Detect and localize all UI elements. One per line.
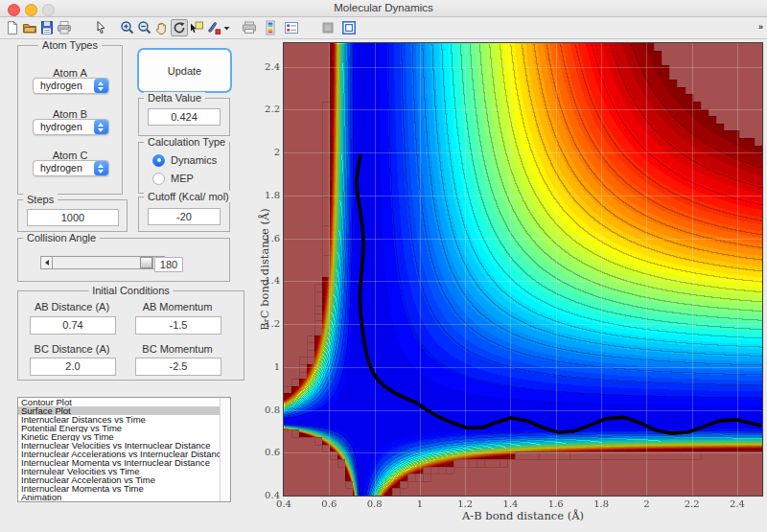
steps-panel: Steps 1000 [17,199,128,232]
link-plot-icon [242,20,257,35]
atom-c-value: hydrogen [40,162,82,173]
toolbar-overflow-icon[interactable]: » [758,22,763,32]
popup-stepper-icon [94,120,108,134]
zoom-out-icon [137,20,152,35]
listbox-scrollbar[interactable] [220,398,230,501]
save-icon [39,20,55,35]
y-tick-label: 2.4 [253,61,280,72]
zoom-out-tool-button[interactable] [136,19,153,36]
popup-stepper-icon [94,79,108,93]
pan-icon [154,20,170,35]
radio-icon [152,173,165,185]
y-tick-label: 1.4 [253,275,280,286]
insert-legend-button[interactable] [283,19,300,36]
y-tick-label: 1 [253,361,280,372]
insert-legend-icon [284,20,299,35]
slider-thumb[interactable] [140,257,152,268]
collision-angle-field[interactable]: 180 [154,257,183,272]
y-tick-label: 1.8 [253,190,280,200]
collision-angle-panel: Collision Angle 180 [17,238,230,282]
chevron-down-icon [223,26,230,31]
y-tick-label: 1.2 [253,318,280,329]
new-file-icon [5,20,20,35]
dock-figure-button[interactable] [340,19,358,36]
collision-angle-slider[interactable] [40,256,165,269]
x-tick-label: 1.6 [542,498,570,509]
slider-left-arrow[interactable] [40,256,53,269]
list-item[interactable]: Internuclear Momenta vs Internuclear Dis… [18,458,230,467]
zoom-in-tool-button[interactable] [119,19,136,36]
list-item[interactable]: Potential Energy vs Time [18,424,230,432]
y-tick-label: 0.6 [253,447,280,457]
list-item[interactable]: Internuclear Accelerations vs Internucle… [18,450,230,458]
save-button[interactable] [38,19,56,36]
brush-dropdown-button[interactable] [222,19,231,36]
open-file-icon [22,20,37,35]
brush-tool-button[interactable] [205,19,222,36]
window-title: Molecular Dynamics [0,2,767,13]
y-tick-label: 1.6 [253,233,280,243]
list-item[interactable]: Kinetic Energy vs Time [18,432,230,441]
radio-label: MEP [171,173,194,184]
pes-plot-canvas[interactable] [284,43,762,496]
x-tick-label: 1.4 [496,498,524,509]
rotate-3d-tool-button[interactable] [171,19,188,36]
bc-distance-field[interactable]: 2.0 [30,358,116,376]
update-button[interactable]: Update [137,48,232,93]
radio-label: Dynamics [171,154,217,166]
ab-momentum-label: AB Momentum [135,301,220,312]
pointer-tool-button[interactable] [92,19,109,36]
pan-tool-button[interactable] [153,19,171,36]
open-file-button[interactable] [21,19,38,36]
atom-b-popup[interactable]: hydrogen [33,119,109,135]
atom-c-popup[interactable]: hydrogen [33,160,109,176]
bc-momentum-label: BC Momentum [135,343,220,355]
y-tick-label: 2.2 [253,104,280,114]
ab-distance-label: AB Distance (A) [30,301,114,312]
molecular-dynamics-window: { "window": { "title": "Molecular Dynami… [0,0,767,532]
list-item[interactable]: Internuclear Acceleration vs Time [18,475,230,484]
bc-momentum-field[interactable]: -2.5 [135,358,221,376]
panel-title: Collision Angle [23,232,100,243]
bc-distance-label: BC Distance (A) [30,343,114,355]
rotate-3d-icon [173,21,186,35]
cutoff-panel: Cutoff (Kcal/ mol) -20 [138,197,230,232]
print-icon [57,20,72,35]
atom-types-panel: Atom Types Atom A hydrogen Atom B hydrog… [17,45,123,195]
window-titlebar: Molecular Dynamics [0,0,767,17]
panel-title: Initial Conditions [88,285,174,296]
insert-colorbar-button[interactable] [262,19,279,36]
plot-type-listbox[interactable]: Contour Plot Surface Plot Internuclear D… [17,397,231,502]
list-item[interactable]: Internulear Velocities vs Time [18,467,230,475]
print-button[interactable] [56,19,73,36]
list-item[interactable]: Internuclear Distances vs Time [18,415,230,424]
x-tick-label: 2.4 [723,498,752,509]
slider-track[interactable] [53,256,152,269]
initial-conditions-panel: Initial Conditions AB Distance (A) AB Mo… [17,290,244,381]
hide-plot-tools-button[interactable] [319,19,337,36]
list-item[interactable]: Contour Plot [18,398,230,406]
panel-title: Delta Value [144,92,205,104]
new-file-button[interactable] [4,19,21,36]
link-plot-button[interactable] [241,19,258,36]
cutoff-field[interactable]: -20 [148,208,221,225]
panel-title: Atom Types [38,39,102,51]
delta-value-field[interactable]: 0.424 [148,108,221,126]
x-tick-label: 2.2 [678,498,707,509]
list-item[interactable]: Animation [18,493,230,501]
x-axis-label: A-B bond distance (Å) [284,509,762,522]
mep-radio[interactable]: MEP [152,172,194,185]
list-item[interactable]: Internuclear Velocities vs Internuclear … [18,441,230,450]
ab-momentum-field[interactable]: -1.5 [135,316,221,335]
list-item[interactable]: Surface Plot [18,406,230,415]
ab-distance-field[interactable]: 0.74 [30,316,116,335]
dynamics-radio[interactable]: Dynamics [152,153,217,167]
list-item[interactable]: Internuclear Momenta vs Time [18,484,230,493]
insert-colorbar-icon [263,20,278,35]
steps-field[interactable]: 1000 [27,209,119,226]
y-tick-label: 0.8 [253,405,280,415]
x-tick-label: 1.8 [587,498,616,509]
data-cursor-tool-button[interactable] [188,19,205,36]
x-tick-label: 1.2 [451,498,479,509]
atom-a-popup[interactable]: hydrogen [33,78,109,94]
